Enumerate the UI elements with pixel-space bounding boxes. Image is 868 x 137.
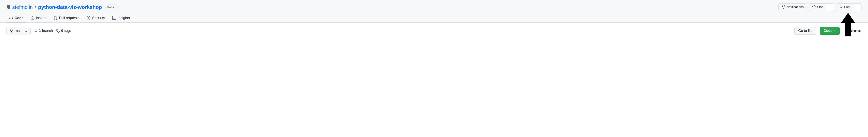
tab-issues-label: Issues [36, 16, 46, 20]
code-icon [9, 16, 13, 20]
notifications-label: Notifications [786, 5, 804, 9]
tab-code-label: Code [14, 16, 24, 20]
visibility-badge: Public [105, 4, 118, 10]
chevron-down-icon [834, 29, 836, 33]
svg-point-2 [88, 19, 89, 19]
tab-issues[interactable]: Issues [28, 14, 49, 23]
tag-count: 0 [61, 29, 63, 33]
code-download-button[interactable]: Code [820, 27, 840, 35]
shield-icon [87, 16, 91, 20]
path-separator: / [35, 4, 36, 11]
notifications-button[interactable]: Notifications [778, 3, 807, 11]
owner-link[interactable]: stefmolin [12, 4, 33, 11]
tags-link[interactable]: 0 tags [56, 29, 71, 33]
branch-select-button[interactable]: main [6, 27, 31, 34]
chevron-down-icon [25, 29, 27, 33]
go-to-file-button[interactable]: Go to file [795, 27, 816, 35]
fork-label: Fork [844, 5, 850, 9]
tab-insights-label: Insights [118, 16, 130, 20]
tab-insights[interactable]: Insights [109, 14, 132, 23]
bell-icon [782, 5, 785, 9]
branch-icon [10, 29, 13, 33]
repo-nav: Code Issues Pull requests Security Insig… [6, 14, 862, 23]
tab-code[interactable]: Code [6, 14, 26, 23]
repo-link[interactable]: python-data-viz-workshop [38, 4, 102, 11]
code-button-label: Code [824, 29, 832, 33]
fork-button[interactable]: Fork [836, 3, 854, 11]
branches-link[interactable]: 1 branch [34, 29, 53, 33]
tag-icon [56, 29, 60, 33]
fork-count[interactable] [854, 3, 862, 11]
branch-icon [34, 29, 38, 33]
about-heading: About [849, 28, 862, 33]
svg-point-3 [57, 30, 58, 30]
fork-button-group: Fork [836, 3, 862, 11]
star-count[interactable] [826, 3, 834, 11]
tab-pulls-label: Pull requests [59, 16, 80, 20]
tag-count-label: tags [64, 29, 71, 33]
tab-security-label: Security [92, 16, 105, 20]
repo-icon [6, 5, 11, 9]
fork-icon [839, 5, 843, 9]
graph-icon [112, 16, 116, 20]
star-icon [812, 5, 816, 9]
tab-pulls[interactable]: Pull requests [51, 14, 82, 23]
star-button[interactable]: Star [809, 3, 826, 11]
pull-request-icon [54, 16, 57, 20]
branch-count: 1 [39, 29, 41, 33]
star-button-group: Star [809, 3, 834, 11]
issues-icon [31, 16, 34, 20]
branch-name: main [15, 29, 23, 33]
svg-point-1 [32, 18, 33, 19]
tab-security[interactable]: Security [84, 14, 108, 23]
star-label: Star [817, 5, 823, 9]
branch-count-label: branch [42, 29, 53, 33]
